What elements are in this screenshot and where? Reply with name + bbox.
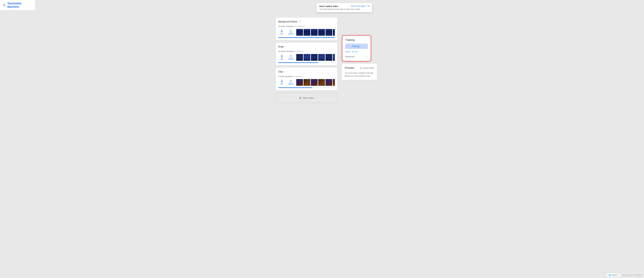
class-title-clap: Clap: [278, 70, 283, 73]
class-card-header-snap: Snap ✏ ⋮: [278, 45, 335, 48]
upload-button-background-noise[interactable]: Upload: [286, 29, 295, 36]
sample-thumb: [296, 29, 303, 36]
advanced-row[interactable]: Advanced ⌄: [345, 55, 368, 58]
footer: 🌐 English ▾ release-2-4-5 ⓘ 4 5#18d7d: [607, 273, 642, 277]
mic-button-clap[interactable]: Mic: [278, 79, 286, 86]
notification-popup: Don't switch tabs! You must leave this t…: [316, 3, 372, 12]
ok-button[interactable]: OK: [367, 5, 370, 7]
samples-strip-background-noise: [296, 29, 335, 36]
progress-bar-container: [278, 37, 335, 38]
app-title: Teachable Machine: [7, 2, 32, 8]
mic-label: Mic: [280, 58, 283, 60]
class-card-header-clap: Clap ✏ ⋮: [278, 70, 335, 74]
more-options-icon[interactable]: ⋮: [332, 20, 335, 24]
upload-label: Upload: [288, 83, 294, 85]
export-label: Export Model: [363, 67, 374, 69]
sample-thumb: [296, 79, 303, 86]
preview-header: Preview Export Model: [345, 66, 374, 70]
class-title-row: Background Noise ?: [278, 20, 301, 23]
sample-actions-clap: Mic Upload: [278, 79, 335, 86]
upload-icon: [289, 80, 292, 83]
mic-label: Mic: [280, 83, 283, 85]
samples-strip-snap: [296, 54, 335, 61]
sample-thumb: [333, 79, 335, 86]
upload-label: Upload: [288, 33, 294, 35]
sample-thumb: [326, 29, 332, 36]
chevron-down-icon: ⌄: [366, 55, 368, 58]
training-panel: Training Training... 00:00 - 16 / 50 Adv…: [342, 35, 371, 62]
export-model-button[interactable]: Export Model: [360, 67, 374, 69]
mic-label: Mic: [280, 33, 283, 35]
notification-actions: Don't show again OK: [351, 5, 370, 7]
language-selector[interactable]: 🌐 English ▾: [607, 273, 620, 277]
export-icon: [360, 67, 362, 69]
class-title-snap: Snap: [278, 46, 284, 48]
sample-thumb: [318, 79, 325, 86]
preview-message: You must train a model on the left befor…: [345, 72, 374, 77]
sample-actions: Mic Upload: [278, 29, 335, 36]
svg-rect-0: [282, 30, 282, 31]
sample-count-snap: 10 Audio Samples/ 8 minimum: [278, 50, 335, 52]
preview-title: Preview: [345, 66, 354, 70]
advanced-label: Advanced: [345, 55, 354, 58]
class-card-snap: Snap ✏ ⋮ 10 Audio Samples/ 8 minimum: [276, 42, 337, 65]
upload-button-clap[interactable]: Upload: [286, 79, 295, 86]
mic-icon: [280, 55, 283, 58]
class-title-background-noise: Background Noise: [278, 20, 297, 23]
globe-icon: 🌐: [608, 274, 611, 276]
sample-actions-snap: Mic Upload: [278, 54, 335, 61]
sample-thumb: [333, 54, 335, 61]
progress-bar-container-clap: [278, 88, 335, 88]
dont-show-again-button[interactable]: Don't show again: [351, 5, 366, 7]
sample-thumb: [311, 29, 318, 36]
progress-bar-clap: [278, 88, 312, 88]
mic-button-snap[interactable]: Mic: [278, 54, 286, 61]
preview-panel: Preview Export Model You must train a mo…: [342, 64, 377, 80]
main-container: Background Noise ? ⋮ 20 Audio Samples/ 2…: [0, 0, 644, 278]
add-class-label: Add a class: [302, 96, 314, 99]
mic-button-background-noise[interactable]: Mic: [278, 29, 286, 36]
sample-thumb: [333, 29, 335, 36]
class-card-header: Background Noise ? ⋮: [278, 20, 335, 24]
sample-count-background-noise: 20 Audio Samples/ 20 minimum: [278, 25, 335, 28]
class-title-row-snap: Snap ✏: [278, 46, 286, 48]
app-header: ☰ Teachable Machine: [0, 0, 35, 10]
edit-icon-clap[interactable]: ✏: [284, 70, 286, 73]
menu-icon[interactable]: ☰: [3, 3, 6, 7]
upload-label: Upload: [288, 58, 294, 60]
sample-thumb: [311, 54, 318, 61]
workspace: Background Noise ? ⋮ 20 Audio Samples/ 2…: [273, 12, 380, 109]
sample-thumb: [318, 54, 325, 61]
notification-body: You must leave this tab open to train yo…: [319, 8, 369, 10]
help-icon[interactable]: ?: [298, 20, 301, 23]
sample-thumb: [318, 29, 325, 36]
sample-thumb: [304, 29, 310, 36]
version-label: release-2-4-5 ⓘ 4 5#18d7d: [622, 274, 642, 276]
sample-thumb: [326, 54, 332, 61]
training-progress-button[interactable]: Training...: [345, 44, 368, 49]
more-options-icon-clap[interactable]: ⋮: [332, 70, 335, 74]
training-column: Training Training... 00:00 - 16 / 50 Adv…: [342, 35, 377, 80]
upload-button-snap[interactable]: Upload: [286, 54, 295, 61]
progress-bar-background-noise: [278, 37, 335, 38]
progress-bar-container-snap: [278, 62, 335, 63]
samples-strip-clap: [296, 79, 335, 86]
sample-thumb: [326, 79, 332, 86]
svg-rect-4: [282, 55, 282, 56]
training-status: 00:00 - 16 / 50: [345, 51, 368, 53]
mic-icon: [280, 80, 283, 83]
sample-thumb: [311, 79, 318, 86]
more-options-icon-snap[interactable]: ⋮: [332, 45, 335, 48]
mic-icon: [280, 30, 283, 33]
add-icon: ⊕: [299, 96, 301, 100]
edit-icon-snap[interactable]: ✏: [285, 46, 286, 48]
class-title-row-clap: Clap ✏: [278, 70, 286, 73]
progress-bar-snap: [278, 62, 318, 63]
sample-thumb: [304, 54, 310, 61]
svg-rect-8: [282, 80, 282, 82]
add-class-button[interactable]: ⊕ Add a class: [276, 93, 337, 103]
language-label: English: [611, 274, 617, 276]
class-card-clap: Clap ✏ ⋮ 8 Audio Samples/ 8 minimum: [276, 68, 337, 90]
upload-icon: [289, 55, 292, 58]
upload-icon: [289, 30, 292, 33]
